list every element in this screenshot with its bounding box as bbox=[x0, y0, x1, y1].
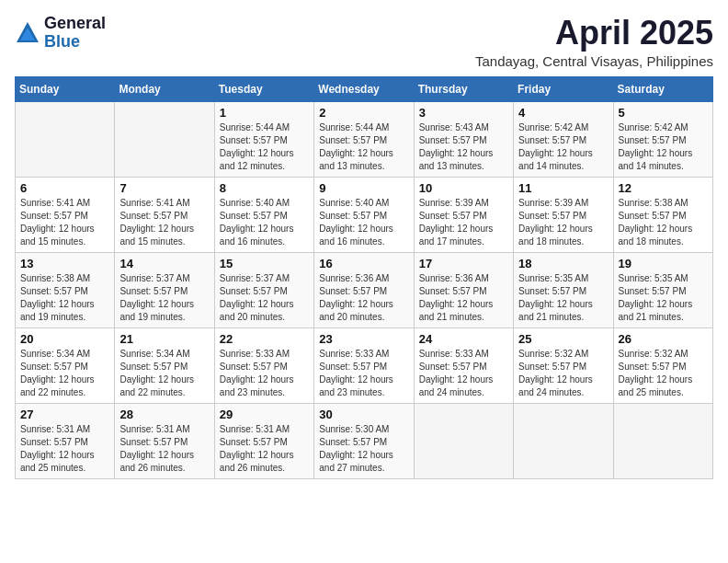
logo-blue: Blue bbox=[44, 33, 106, 52]
calendar-cell: 17Sunrise: 5:36 AM Sunset: 5:57 PM Dayli… bbox=[414, 252, 513, 327]
logo-general: General bbox=[44, 15, 106, 33]
day-info: Sunrise: 5:33 AM Sunset: 5:57 PM Dayligh… bbox=[220, 348, 309, 399]
day-info: Sunrise: 5:31 AM Sunset: 5:57 PM Dayligh… bbox=[20, 423, 109, 475]
logo: General Blue bbox=[15, 15, 106, 52]
calendar-cell bbox=[514, 403, 613, 478]
calendar-cell: 23Sunrise: 5:33 AM Sunset: 5:57 PM Dayli… bbox=[314, 327, 414, 403]
day-info: Sunrise: 5:34 AM Sunset: 5:57 PM Dayligh… bbox=[119, 348, 209, 399]
day-number: 22 bbox=[220, 332, 309, 346]
day-info: Sunrise: 5:42 AM Sunset: 5:57 PM Dayligh… bbox=[518, 121, 608, 173]
day-number: 12 bbox=[619, 181, 708, 195]
day-info: Sunrise: 5:32 AM Sunset: 5:57 PM Dayligh… bbox=[619, 348, 708, 399]
day-number: 1 bbox=[220, 106, 309, 120]
day-info: Sunrise: 5:39 AM Sunset: 5:57 PM Dayligh… bbox=[518, 197, 608, 248]
day-number: 14 bbox=[119, 257, 209, 270]
day-number: 5 bbox=[619, 106, 708, 120]
location: Tandayag, Central Visayas, Philippines bbox=[475, 53, 713, 69]
calendar-cell: 20Sunrise: 5:34 AM Sunset: 5:57 PM Dayli… bbox=[16, 327, 115, 403]
day-number: 20 bbox=[20, 332, 109, 346]
day-number: 15 bbox=[220, 257, 309, 270]
day-info: Sunrise: 5:38 AM Sunset: 5:57 PM Dayligh… bbox=[619, 197, 708, 248]
day-info: Sunrise: 5:34 AM Sunset: 5:57 PM Dayligh… bbox=[20, 348, 109, 399]
day-number: 16 bbox=[319, 257, 408, 270]
calendar-cell: 25Sunrise: 5:32 AM Sunset: 5:57 PM Dayli… bbox=[514, 327, 613, 403]
day-number: 19 bbox=[619, 257, 708, 270]
calendar-week-2: 6Sunrise: 5:41 AM Sunset: 5:57 PM Daylig… bbox=[16, 177, 713, 252]
day-info: Sunrise: 5:43 AM Sunset: 5:57 PM Dayligh… bbox=[419, 121, 508, 173]
day-number: 4 bbox=[518, 106, 608, 120]
day-info: Sunrise: 5:42 AM Sunset: 5:57 PM Dayligh… bbox=[619, 121, 708, 173]
day-number: 29 bbox=[220, 408, 309, 421]
calendar-cell bbox=[115, 101, 214, 177]
day-number: 18 bbox=[518, 257, 608, 270]
calendar-cell: 30Sunrise: 5:30 AM Sunset: 5:57 PM Dayli… bbox=[314, 403, 414, 478]
calendar-cell: 27Sunrise: 5:31 AM Sunset: 5:57 PM Dayli… bbox=[16, 403, 115, 478]
calendar-week-3: 13Sunrise: 5:38 AM Sunset: 5:57 PM Dayli… bbox=[16, 252, 713, 327]
weekday-header-tuesday: Tuesday bbox=[214, 76, 313, 101]
calendar-cell bbox=[613, 403, 712, 478]
day-number: 17 bbox=[419, 257, 508, 270]
day-number: 3 bbox=[419, 106, 508, 120]
calendar-cell: 12Sunrise: 5:38 AM Sunset: 5:57 PM Dayli… bbox=[613, 177, 712, 252]
day-number: 6 bbox=[20, 181, 109, 195]
weekday-header-row: SundayMondayTuesdayWednesdayThursdayFrid… bbox=[16, 76, 713, 101]
calendar-cell: 16Sunrise: 5:36 AM Sunset: 5:57 PM Dayli… bbox=[314, 252, 414, 327]
day-info: Sunrise: 5:44 AM Sunset: 5:57 PM Dayligh… bbox=[220, 121, 309, 173]
day-info: Sunrise: 5:37 AM Sunset: 5:57 PM Dayligh… bbox=[220, 272, 309, 324]
weekday-header-thursday: Thursday bbox=[414, 76, 513, 101]
calendar-cell: 5Sunrise: 5:42 AM Sunset: 5:57 PM Daylig… bbox=[613, 101, 712, 177]
logo-icon bbox=[15, 20, 40, 46]
calendar-cell: 13Sunrise: 5:38 AM Sunset: 5:57 PM Dayli… bbox=[16, 252, 115, 327]
day-number: 25 bbox=[518, 332, 608, 346]
calendar-cell: 21Sunrise: 5:34 AM Sunset: 5:57 PM Dayli… bbox=[115, 327, 214, 403]
day-info: Sunrise: 5:39 AM Sunset: 5:57 PM Dayligh… bbox=[419, 197, 508, 248]
calendar-cell: 29Sunrise: 5:31 AM Sunset: 5:57 PM Dayli… bbox=[214, 403, 313, 478]
calendar-cell: 1Sunrise: 5:44 AM Sunset: 5:57 PM Daylig… bbox=[214, 101, 313, 177]
calendar-cell: 11Sunrise: 5:39 AM Sunset: 5:57 PM Dayli… bbox=[514, 177, 613, 252]
calendar-cell: 2Sunrise: 5:44 AM Sunset: 5:57 PM Daylig… bbox=[314, 101, 414, 177]
calendar-cell bbox=[414, 403, 513, 478]
calendar-header: SundayMondayTuesdayWednesdayThursdayFrid… bbox=[16, 76, 713, 101]
day-number: 21 bbox=[119, 332, 209, 346]
day-number: 23 bbox=[319, 332, 408, 346]
day-number: 13 bbox=[20, 257, 109, 270]
day-number: 30 bbox=[319, 408, 408, 421]
calendar-table: SundayMondayTuesdayWednesdayThursdayFrid… bbox=[15, 76, 713, 479]
day-info: Sunrise: 5:32 AM Sunset: 5:57 PM Dayligh… bbox=[518, 348, 608, 399]
calendar-week-4: 20Sunrise: 5:34 AM Sunset: 5:57 PM Dayli… bbox=[16, 327, 713, 403]
weekday-header-friday: Friday bbox=[514, 76, 613, 101]
calendar-cell: 26Sunrise: 5:32 AM Sunset: 5:57 PM Dayli… bbox=[613, 327, 712, 403]
day-info: Sunrise: 5:31 AM Sunset: 5:57 PM Dayligh… bbox=[220, 423, 309, 475]
day-number: 8 bbox=[220, 181, 309, 195]
month-year: April 2025 bbox=[475, 15, 713, 52]
page-header: General Blue April 2025 Tandayag, Centra… bbox=[15, 15, 713, 69]
calendar-cell: 7Sunrise: 5:41 AM Sunset: 5:57 PM Daylig… bbox=[115, 177, 214, 252]
day-number: 11 bbox=[518, 181, 608, 195]
calendar-cell: 24Sunrise: 5:33 AM Sunset: 5:57 PM Dayli… bbox=[414, 327, 513, 403]
day-number: 26 bbox=[619, 332, 708, 346]
day-number: 2 bbox=[319, 106, 408, 120]
calendar-cell: 19Sunrise: 5:35 AM Sunset: 5:57 PM Dayli… bbox=[613, 252, 712, 327]
calendar-cell: 14Sunrise: 5:37 AM Sunset: 5:57 PM Dayli… bbox=[115, 252, 214, 327]
calendar-cell: 22Sunrise: 5:33 AM Sunset: 5:57 PM Dayli… bbox=[214, 327, 313, 403]
title-block: April 2025 Tandayag, Central Visayas, Ph… bbox=[475, 15, 713, 69]
weekday-header-monday: Monday bbox=[115, 76, 214, 101]
calendar-cell: 28Sunrise: 5:31 AM Sunset: 5:57 PM Dayli… bbox=[115, 403, 214, 478]
calendar-body: 1Sunrise: 5:44 AM Sunset: 5:57 PM Daylig… bbox=[16, 101, 713, 478]
day-info: Sunrise: 5:30 AM Sunset: 5:57 PM Dayligh… bbox=[319, 423, 408, 475]
day-info: Sunrise: 5:35 AM Sunset: 5:57 PM Dayligh… bbox=[518, 272, 608, 324]
day-info: Sunrise: 5:41 AM Sunset: 5:57 PM Dayligh… bbox=[119, 197, 209, 248]
day-info: Sunrise: 5:40 AM Sunset: 5:57 PM Dayligh… bbox=[220, 197, 309, 248]
day-info: Sunrise: 5:36 AM Sunset: 5:57 PM Dayligh… bbox=[419, 272, 508, 324]
weekday-header-sunday: Sunday bbox=[16, 76, 115, 101]
calendar-cell: 18Sunrise: 5:35 AM Sunset: 5:57 PM Dayli… bbox=[514, 252, 613, 327]
calendar-cell: 15Sunrise: 5:37 AM Sunset: 5:57 PM Dayli… bbox=[214, 252, 313, 327]
day-info: Sunrise: 5:36 AM Sunset: 5:57 PM Dayligh… bbox=[319, 272, 408, 324]
day-info: Sunrise: 5:40 AM Sunset: 5:57 PM Dayligh… bbox=[319, 197, 408, 248]
day-info: Sunrise: 5:33 AM Sunset: 5:57 PM Dayligh… bbox=[319, 348, 408, 399]
calendar-cell: 8Sunrise: 5:40 AM Sunset: 5:57 PM Daylig… bbox=[214, 177, 313, 252]
calendar-cell: 4Sunrise: 5:42 AM Sunset: 5:57 PM Daylig… bbox=[514, 101, 613, 177]
day-info: Sunrise: 5:38 AM Sunset: 5:57 PM Dayligh… bbox=[20, 272, 109, 324]
day-info: Sunrise: 5:44 AM Sunset: 5:57 PM Dayligh… bbox=[319, 121, 408, 173]
calendar-week-5: 27Sunrise: 5:31 AM Sunset: 5:57 PM Dayli… bbox=[16, 403, 713, 478]
